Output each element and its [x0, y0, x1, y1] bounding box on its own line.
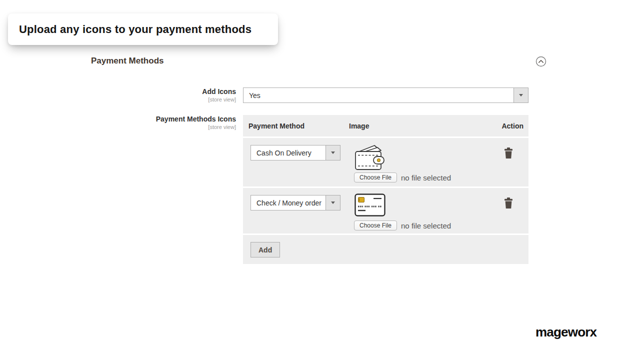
payment-method-select-row1[interactable]: Cash On Delivery	[250, 145, 340, 160]
choose-file-button[interactable]: Choose File	[354, 220, 397, 230]
file-status-text: no file selected	[401, 222, 451, 230]
page-title: Payment Methods	[91, 56, 164, 66]
payment-method-selected-value: Check / Money order	[251, 196, 326, 210]
table-row: Check / Money order	[243, 188, 528, 234]
delete-row-button[interactable]	[504, 148, 513, 158]
add-icons-scope: [store view]	[0, 96, 236, 102]
add-row-button[interactable]: Add	[250, 242, 280, 258]
choose-file-button[interactable]: Choose File	[354, 172, 397, 182]
trash-icon	[504, 202, 513, 210]
trash-icon	[504, 152, 513, 160]
payment-methods-icons-label-group: Payment Methods Icons [store view]	[0, 116, 236, 130]
table-add-row: Add	[243, 235, 528, 264]
payment-methods-settings-page: Upload any icons to your payment methods…	[0, 0, 644, 364]
chevron-up-icon	[536, 61, 546, 68]
dropdown-arrow-icon	[326, 146, 340, 160]
collapse-section-button[interactable]	[536, 56, 546, 67]
payment-method-select-row2[interactable]: Check / Money order	[250, 195, 340, 210]
credit-card-icon	[354, 194, 386, 218]
payment-methods-icons-table: Payment Method Image Action Cash On Deli…	[243, 115, 528, 264]
callout-text: Upload any icons to your payment methods	[19, 23, 252, 36]
delete-row-button[interactable]	[504, 198, 513, 208]
table-row: Cash On Delivery Choose File	[243, 138, 528, 186]
add-icons-select[interactable]: Yes	[243, 88, 528, 103]
add-icons-selected-value: Yes	[244, 88, 514, 102]
dropdown-arrow-icon	[514, 88, 528, 102]
file-status-text: no file selected	[401, 174, 451, 182]
column-header-image: Image	[349, 122, 502, 130]
column-header-payment-method: Payment Method	[243, 122, 349, 130]
mageworx-logo: mageworx	[536, 324, 596, 340]
payment-methods-icons-label: Payment Methods Icons	[0, 116, 236, 123]
file-upload-row2: Choose File no file selected	[354, 220, 451, 230]
dropdown-arrow-icon	[326, 196, 340, 210]
table-header-row: Payment Method Image Action	[243, 115, 528, 136]
add-icons-label-group: Add Icons [store view]	[0, 88, 236, 102]
wallet-icon	[354, 144, 386, 173]
column-header-action: Action	[502, 122, 528, 130]
upload-icons-callout: Upload any icons to your payment methods	[8, 14, 278, 45]
payment-method-selected-value: Cash On Delivery	[251, 146, 326, 160]
add-icons-label: Add Icons	[0, 88, 236, 96]
file-upload-row1: Choose File no file selected	[354, 172, 451, 182]
payment-methods-icons-scope: [store view]	[0, 124, 236, 130]
